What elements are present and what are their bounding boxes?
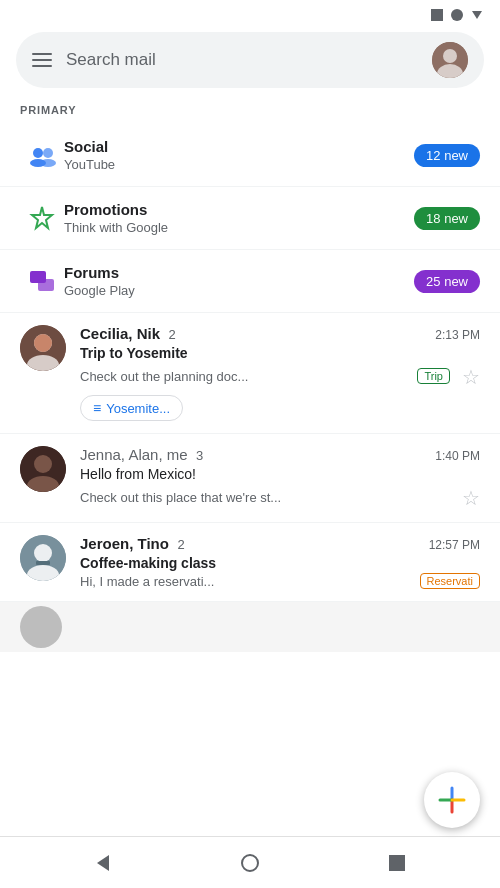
social-icon xyxy=(20,141,64,169)
tag-reservation: Reservati xyxy=(420,573,480,589)
subject-jenna: Hello from Mexico! xyxy=(80,466,480,482)
email-jeroen[interactable]: Jeroen, Tino 2 12:57 PM Coffee-making cl… xyxy=(0,523,500,602)
svg-point-6 xyxy=(33,148,43,158)
svg-rect-22 xyxy=(36,561,50,565)
chip-label: Yosemite... xyxy=(106,401,170,416)
menu-button[interactable] xyxy=(32,53,52,67)
time-jenna: 1:40 PM xyxy=(435,449,480,463)
recent-button[interactable] xyxy=(377,843,417,883)
svg-point-4 xyxy=(443,49,457,63)
count-jenna: 3 xyxy=(196,448,203,463)
search-input[interactable]: Search mail xyxy=(66,50,418,70)
bottom-navigation xyxy=(0,836,500,888)
social-sub: YouTube xyxy=(64,157,414,172)
square-icon xyxy=(430,8,444,22)
preview-cecilia: Check out the planning doc... xyxy=(80,369,411,384)
sender-jenna: Jenna, Alan, me xyxy=(80,446,188,463)
doc-icon: ≡ xyxy=(93,400,101,416)
compose-button[interactable] xyxy=(424,772,480,828)
svg-point-20 xyxy=(34,544,52,562)
sender-cecilia: Cecilia, Nik xyxy=(80,325,160,342)
partial-email-row xyxy=(0,602,500,652)
chip-yosemite[interactable]: ≡ Yosemite... xyxy=(80,395,183,421)
svg-point-28 xyxy=(242,855,258,871)
social-badge: 12 new xyxy=(414,144,480,167)
svg-rect-0 xyxy=(431,9,443,21)
search-bar[interactable]: Search mail xyxy=(16,32,484,88)
category-promotions[interactable]: Promotions Think with Google 18 new xyxy=(0,187,500,250)
promotions-sub: Think with Google xyxy=(64,220,414,235)
svg-point-15 xyxy=(34,334,52,352)
avatar-jeroen xyxy=(20,535,66,581)
svg-point-7 xyxy=(43,148,53,158)
count-jeroen: 2 xyxy=(177,537,184,552)
category-social[interactable]: Social YouTube 12 new xyxy=(0,124,500,187)
section-label: PRIMARY xyxy=(0,100,500,124)
subject-cecilia: Trip to Yosemite xyxy=(80,345,480,361)
count-cecilia: 2 xyxy=(169,327,176,342)
sender-jeroen: Jeroen, Tino xyxy=(80,535,169,552)
dropdown-icon xyxy=(470,8,484,22)
preview-jeroen: Hi, I made a reservati... xyxy=(80,574,414,589)
svg-point-17 xyxy=(34,455,52,473)
svg-marker-2 xyxy=(472,11,482,19)
svg-point-9 xyxy=(40,159,56,167)
category-forums[interactable]: Forums Google Play 25 new xyxy=(0,250,500,313)
status-bar xyxy=(0,0,500,26)
promotions-badge: 18 new xyxy=(414,207,480,230)
forums-icon xyxy=(20,267,64,295)
time-jeroen: 12:57 PM xyxy=(429,538,480,552)
promotions-name: Promotions xyxy=(64,201,414,218)
svg-rect-11 xyxy=(38,279,54,291)
avatar-cecilia xyxy=(20,325,66,371)
email-jenna[interactable]: Jenna, Alan, me 3 1:40 PM Hello from Mex… xyxy=(0,434,500,523)
user-avatar[interactable] xyxy=(432,42,468,78)
home-button[interactable] xyxy=(230,843,270,883)
forums-badge: 25 new xyxy=(414,270,480,293)
time-cecilia: 2:13 PM xyxy=(435,328,480,342)
avatar-jenna xyxy=(20,446,66,492)
star-cecilia[interactable]: ☆ xyxy=(462,365,480,389)
tag-trip: Trip xyxy=(417,368,450,384)
circle-icon xyxy=(450,8,464,22)
social-name: Social xyxy=(64,138,414,155)
promotions-icon xyxy=(20,205,64,231)
avatar-partial xyxy=(20,606,62,648)
forums-sub: Google Play xyxy=(64,283,414,298)
forums-name: Forums xyxy=(64,264,414,281)
star-jenna[interactable]: ☆ xyxy=(462,486,480,510)
subject-jeroen: Coffee-making class xyxy=(80,555,480,571)
preview-jenna: Check out this place that we're st... xyxy=(80,490,450,505)
email-cecilia[interactable]: Cecilia, Nik 2 2:13 PM Trip to Yosemite … xyxy=(0,313,500,434)
svg-rect-29 xyxy=(389,855,405,871)
back-button[interactable] xyxy=(83,843,123,883)
svg-point-1 xyxy=(451,9,463,21)
svg-marker-27 xyxy=(97,855,109,871)
